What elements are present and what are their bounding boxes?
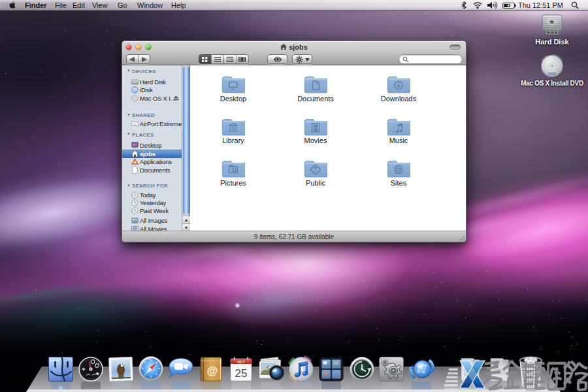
svg-text:AOL: AOL	[466, 377, 474, 381]
svg-text:25: 25	[235, 367, 248, 380]
svg-text:@: @	[207, 365, 218, 377]
svg-text:OCT: OCT	[237, 360, 245, 364]
svg-text:AOL: AOL	[496, 377, 503, 381]
svg-text:DVD: DVD	[548, 72, 556, 76]
